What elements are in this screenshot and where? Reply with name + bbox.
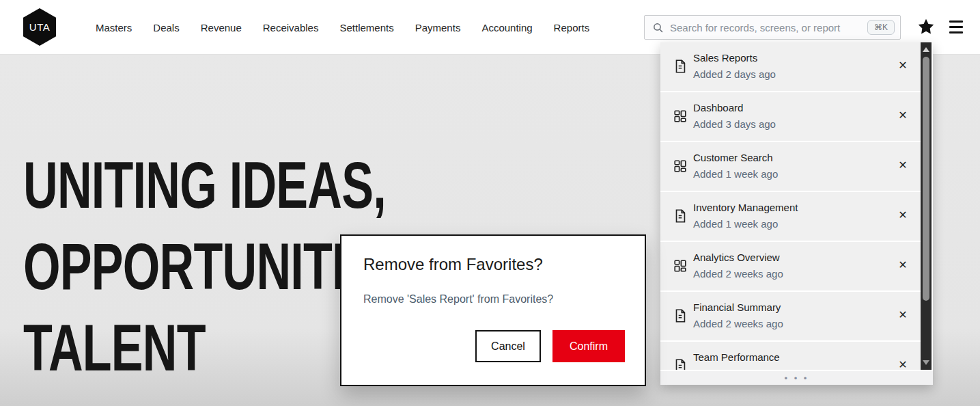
document-icon — [673, 59, 688, 77]
remove-favorite-icon[interactable]: ✕ — [896, 308, 910, 321]
cancel-button[interactable]: Cancel — [475, 330, 541, 362]
nav-item-payments[interactable]: Payments — [415, 22, 461, 33]
remove-favorite-icon[interactable]: ✕ — [896, 159, 910, 172]
favorite-title: Dashboard — [693, 102, 743, 113]
nav-item-settlements[interactable]: Settlements — [339, 22, 393, 33]
favorite-list-item[interactable]: Dashboard Added 3 days ago ✕ — [660, 92, 921, 141]
dashboard-grid-icon — [673, 159, 688, 176]
nav-item-reports[interactable]: Reports — [554, 22, 590, 33]
remove-favorite-icon[interactable]: ✕ — [896, 358, 910, 370]
favorite-list-item[interactable]: Sales Reports Added 2 days ago ✕ — [660, 42, 921, 91]
dropdown-scrollbar[interactable] — [921, 42, 932, 370]
favorite-title: Financial Summary — [693, 301, 781, 313]
favorites-dropdown: Sales Reports Added 2 days ago ✕ Dashboa… — [660, 42, 933, 385]
favorites-list: Sales Reports Added 2 days ago ✕ Dashboa… — [660, 42, 921, 370]
favorite-list-item[interactable]: Inventory Management Added 1 week ago ✕ — [660, 192, 921, 241]
favorite-list-item[interactable]: Financial Summary Added 2 weeks ago ✕ — [660, 292, 921, 340]
global-search[interactable]: ⌘K — [644, 15, 901, 40]
remove-favorite-icon[interactable]: ✕ — [896, 258, 910, 271]
remove-favorite-dialog: Remove from Favorites? Remove 'Sales Rep… — [340, 234, 646, 386]
nav-item-receivables[interactable]: Receivables — [263, 22, 319, 33]
scrollbar-up-arrow-icon[interactable] — [923, 47, 929, 52]
dashboard-grid-icon — [673, 109, 688, 126]
favorite-title: Customer Search — [693, 152, 773, 163]
dialog-title: Remove from Favorites? — [363, 255, 543, 274]
favorite-title: Team Performance — [693, 351, 780, 363]
favorite-added-time: Added 2 weeks ago — [693, 368, 783, 370]
search-shortcut-badge: ⌘K — [867, 20, 895, 35]
dialog-message: Remove 'Sales Report' from Favorites? — [363, 293, 553, 306]
app-logo-text: UTA — [29, 21, 50, 33]
favorite-added-time: Added 2 days ago — [693, 68, 776, 80]
confirm-button[interactable]: Confirm — [552, 330, 625, 362]
remove-favorite-icon[interactable]: ✕ — [896, 109, 910, 122]
favorites-star-icon[interactable] — [917, 18, 935, 36]
remove-favorite-icon[interactable]: ✕ — [896, 208, 910, 221]
document-icon — [673, 358, 688, 370]
favorite-added-time: Added 2 weeks ago — [693, 318, 783, 329]
main-nav: Masters Deals Revenue Receivables Settle… — [96, 0, 589, 55]
nav-item-deals[interactable]: Deals — [153, 22, 179, 33]
scrollbar-thumb[interactable] — [923, 57, 929, 301]
favorite-added-time: Added 2 weeks ago — [693, 268, 783, 280]
search-icon — [652, 22, 664, 33]
remove-favorite-icon[interactable]: ✕ — [896, 59, 910, 72]
favorite-added-time: Added 3 days ago — [693, 118, 776, 130]
favorite-list-item[interactable]: Analytics Overview Added 2 weeks ago ✕ — [660, 242, 921, 290]
nav-item-accounting[interactable]: Accounting — [481, 22, 532, 33]
document-icon — [673, 208, 688, 226]
app-logo[interactable]: UTA — [23, 8, 56, 46]
nav-item-revenue[interactable]: Revenue — [201, 22, 242, 33]
favorite-list-item[interactable]: Team Performance Added 2 weeks ago ✕ — [660, 342, 921, 370]
favorite-list-item[interactable]: Customer Search Added 1 week ago ✕ — [660, 142, 921, 191]
favorite-title: Sales Reports — [693, 52, 757, 64]
hero-line-1: UNITING IDEAS, — [23, 144, 533, 226]
favorite-added-time: Added 1 week ago — [693, 168, 778, 180]
dashboard-grid-icon — [673, 258, 688, 276]
document-icon — [673, 308, 688, 326]
search-input[interactable] — [670, 22, 867, 33]
more-items-indicator[interactable]: • • • — [660, 371, 933, 385]
favorite-title: Analytics Overview — [693, 252, 780, 263]
scrollbar-down-arrow-icon[interactable] — [923, 360, 929, 365]
favorite-title: Inventory Management — [693, 202, 798, 213]
favorite-added-time: Added 1 week ago — [693, 218, 778, 230]
nav-item-masters[interactable]: Masters — [96, 22, 132, 33]
hamburger-menu-icon[interactable] — [949, 21, 963, 33]
